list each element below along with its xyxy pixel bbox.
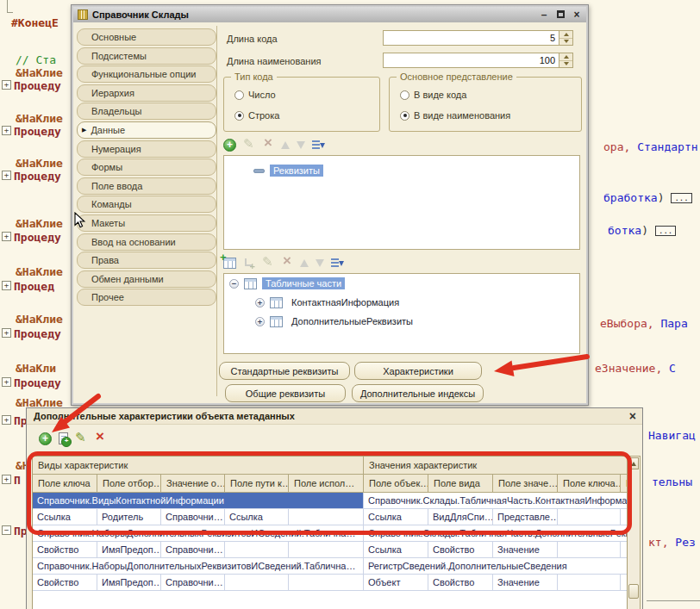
radio-number[interactable]	[234, 90, 244, 100]
table-cell[interactable]: ВидДляСпи…	[428, 509, 493, 525]
table-cell[interactable]: Значение	[493, 542, 558, 558]
spin-down-icon[interactable]	[559, 39, 572, 46]
tree-item-label[interactable]: ДополнительныеРеквизиты	[288, 315, 416, 327]
close-button[interactable]: ×	[629, 409, 636, 423]
tabular-sections-tree[interactable]: −Табличные части+КонтактнаяИнформация+До…	[223, 273, 580, 354]
spin-down-icon[interactable]	[559, 61, 572, 68]
table-cell[interactable]	[621, 575, 628, 591]
table-cell[interactable]: Ссылка	[33, 509, 97, 525]
vertical-scrollbar[interactable]	[628, 456, 641, 609]
column-header[interactable]: Поле пути к…	[225, 475, 289, 493]
column-header[interactable]: Поле ключа	[33, 475, 97, 493]
table-cell[interactable]: Ссылка	[225, 509, 289, 525]
edit-icon[interactable]	[75, 432, 88, 445]
table-cell[interactable]: Справочник.НаборыДополнительныхРеквизито…	[33, 558, 364, 575]
table-row[interactable]: Справочник.НаборыДополнительныхРеквизито…	[33, 525, 627, 542]
group-header[interactable]: Виды характеристик	[33, 457, 364, 475]
collapsed-code-icon[interactable]: ...	[671, 193, 691, 203]
column-header[interactable]: Поле отбор…	[97, 475, 161, 493]
tree-item[interactable]: −Табличные части	[224, 274, 579, 293]
table-cell[interactable]: ИмяПредоп…	[97, 542, 161, 558]
table-cell[interactable]: Представле…	[493, 509, 558, 525]
table-cell[interactable]	[289, 509, 364, 525]
spin-up-icon[interactable]	[559, 31, 572, 39]
sort-order-icon[interactable]	[312, 140, 324, 151]
additional-indexes-button[interactable]: Дополнительные индексы	[352, 384, 484, 402]
table-cell[interactable]: Объект	[364, 575, 428, 591]
table-cell[interactable]: Справочник.ВидыКонтактнойИнформации	[33, 493, 364, 509]
table-cell[interactable]	[289, 575, 364, 591]
table-cell[interactable]: Справочник.Склады.ТабличнаяЧасть.Контакт…	[364, 493, 628, 509]
table-cell[interactable]: Родитель	[97, 509, 161, 525]
table-cell[interactable]	[289, 542, 364, 558]
code-fold-icon[interactable]: +	[2, 475, 11, 484]
code-length-input[interactable]	[383, 30, 559, 46]
table-cell[interactable]	[621, 542, 628, 558]
tab-1[interactable]: Основные	[77, 28, 216, 46]
table-cell[interactable]: Справочни…	[161, 509, 225, 525]
scroll-up-button[interactable]	[628, 457, 639, 469]
table-cell[interactable]: ИмяПредоп…	[97, 575, 161, 591]
sort-order-icon[interactable]	[331, 258, 343, 269]
table-cell[interactable]	[225, 575, 289, 591]
tab-2[interactable]: Подсистемы	[77, 47, 216, 65]
code-fold-icon[interactable]: +	[2, 281, 11, 290]
tab-10[interactable]: Команды	[77, 196, 216, 213]
table-cell[interactable]: Ссылка	[364, 542, 428, 558]
dialog-titlebar[interactable]: Дополнительные характеристики объекта ме…	[27, 408, 642, 425]
add-tabular-section-icon[interactable]	[223, 258, 236, 269]
table-cell[interactable]: РегистрСведений.ДополнительныеСведения	[364, 558, 628, 575]
tab-4[interactable]: Иерархия	[77, 84, 216, 102]
table-cell[interactable]: Справочни…	[161, 575, 225, 591]
copy-icon[interactable]	[59, 432, 68, 444]
tab-11[interactable]: Макеты	[77, 214, 216, 232]
column-header[interactable]: Поле объек…	[364, 475, 428, 493]
tab-5[interactable]: Владельцы	[77, 103, 216, 120]
tree-item[interactable]: +ДополнительныеРеквизиты	[224, 312, 579, 331]
collapsed-code-icon[interactable]: ...	[655, 226, 676, 236]
code-fold-icon[interactable]: +	[2, 80, 11, 90]
tree-item-label[interactable]: Табличные части	[262, 277, 345, 289]
expand-icon[interactable]: +	[255, 298, 265, 308]
tab-7[interactable]: Нумерация	[77, 140, 216, 158]
scroll-thumb[interactable]	[628, 584, 639, 599]
radio-as-code[interactable]	[400, 90, 409, 100]
name-length-spinner[interactable]	[559, 53, 573, 68]
tree-item[interactable]: Реквизиты	[224, 162, 579, 179]
code-fold-icon[interactable]: −	[2, 525, 11, 535]
code-fold-icon[interactable]: +	[2, 328, 11, 338]
table-row[interactable]: СсылкаРодительСправочни…СсылкаСсылкаВидД…	[33, 509, 627, 525]
characteristics-table[interactable]: Виды характеристикЗначения характеристик…	[32, 456, 628, 609]
table-cell[interactable]	[558, 509, 621, 525]
table-cell[interactable]: Свойство	[428, 575, 493, 591]
table-row[interactable]: СвойствоИмяПредоп…Справочни…ОбъектСвойст…	[33, 575, 627, 591]
tab-12[interactable]: Ввод на основании	[77, 233, 216, 251]
table-cell[interactable]	[621, 509, 628, 525]
tab-9[interactable]: Поле ввода	[77, 177, 216, 195]
tab-14[interactable]: Обмен данными	[77, 270, 216, 288]
table-cell[interactable]	[558, 575, 621, 591]
table-cell[interactable]	[225, 542, 289, 558]
column-header[interactable]: П	[621, 475, 628, 493]
column-header[interactable]: Поле значе…	[493, 475, 558, 493]
radio-as-name[interactable]	[400, 111, 409, 121]
add-icon[interactable]	[39, 432, 52, 445]
code-fold-icon[interactable]: +	[2, 171, 11, 180]
table-cell[interactable]	[558, 542, 621, 558]
add-attribute-icon[interactable]	[223, 139, 236, 152]
code-fold-icon[interactable]: +	[2, 415, 11, 425]
table-row[interactable]: Справочник.ВидыКонтактнойИнформацииСправ…	[33, 493, 627, 509]
table-cell[interactable]: Свойство	[428, 542, 493, 558]
tab-15[interactable]: Прочее	[77, 289, 216, 306]
table-cell[interactable]: Справочник.НаборыДополнительныхРеквизито…	[33, 525, 364, 542]
tree-item-label[interactable]: Реквизиты	[270, 165, 323, 177]
name-length-input[interactable]	[383, 53, 559, 68]
table-cell[interactable]: Справочник.Склады.ТабличнаяЧасть.Дополни…	[364, 525, 628, 542]
code-fold-icon[interactable]: +	[2, 126, 11, 135]
column-header[interactable]: Поле ключа…	[558, 475, 621, 493]
tab-13[interactable]: Права	[77, 252, 216, 269]
table-cell[interactable]: Ссылка	[364, 509, 428, 525]
tree-item[interactable]: +КонтактнаяИнформация	[224, 293, 579, 312]
radio-string[interactable]	[234, 111, 244, 121]
expand-icon[interactable]: +	[255, 317, 265, 326]
